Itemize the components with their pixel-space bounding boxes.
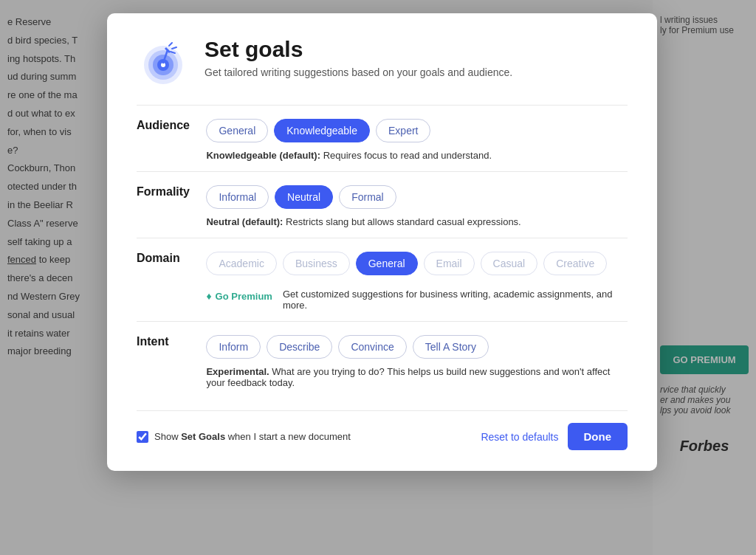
modal-header: Set goals Get tailored writing suggestio… bbox=[137, 37, 628, 90]
formality-neutral-btn[interactable]: Neutral bbox=[275, 185, 333, 209]
domain-footer-row: ♦ Go Premium Get customized suggestions … bbox=[206, 289, 623, 311]
domain-business-btn[interactable]: Business bbox=[283, 252, 350, 275]
intent-section: Intent Inform Describe Convince Tell A S… bbox=[137, 321, 628, 399]
intent-label: Intent bbox=[137, 335, 203, 348]
checkbox-label-text: Show Set Goals when I start a new docume… bbox=[154, 431, 351, 442]
intent-description: Experimental. What are you trying to do?… bbox=[206, 366, 623, 388]
formality-formal-btn[interactable]: Formal bbox=[339, 185, 396, 209]
formality-informal-btn[interactable]: Informal bbox=[206, 185, 269, 209]
audience-options: General Knowledgeable Expert bbox=[206, 119, 623, 142]
modal-title-block: Set goals Get tailored writing suggestio… bbox=[205, 37, 512, 78]
formality-description: Neutral (default): Restricts slang but a… bbox=[206, 216, 623, 227]
diamond-icon: ♦ bbox=[206, 290, 211, 302]
formality-desc-bold: Neutral (default): bbox=[206, 216, 283, 227]
audience-description: Knowledgeable (default): Requires focus … bbox=[206, 150, 623, 161]
modal-title: Set goals bbox=[205, 37, 512, 62]
intent-content: Inform Describe Convince Tell A Story Ex… bbox=[206, 335, 623, 388]
modal-footer: Show Set Goals when I start a new docume… bbox=[137, 410, 628, 450]
svg-line-7 bbox=[169, 43, 172, 46]
formality-desc-text: Restricts slang but allows standard casu… bbox=[286, 216, 521, 227]
formality-options: Informal Neutral Formal bbox=[206, 185, 623, 209]
audience-label: Audience bbox=[137, 119, 203, 132]
audience-content: General Knowledgeable Expert Knowledgeab… bbox=[206, 119, 623, 161]
domain-content: Academic Business General Email Casual C… bbox=[206, 252, 623, 311]
formality-content: Informal Neutral Formal Neutral (default… bbox=[206, 185, 623, 227]
intent-options: Inform Describe Convince Tell A Story bbox=[206, 335, 623, 359]
intent-describe-btn[interactable]: Describe bbox=[267, 335, 332, 359]
set-goals-modal: Set goals Get tailored writing suggestio… bbox=[107, 13, 657, 471]
show-goals-checkbox[interactable] bbox=[137, 431, 148, 443]
intent-desc-bold: Experimental. bbox=[206, 366, 269, 377]
modal-subtitle: Get tailored writing suggestions based o… bbox=[205, 66, 512, 78]
go-premium-link[interactable]: ♦ Go Premium bbox=[206, 290, 272, 302]
show-goals-checkbox-label[interactable]: Show Set Goals when I start a new docume… bbox=[137, 431, 351, 443]
domain-creative-btn[interactable]: Creative bbox=[543, 252, 607, 275]
audience-general-btn[interactable]: General bbox=[206, 119, 268, 142]
domain-academic-btn[interactable]: Academic bbox=[206, 252, 276, 275]
done-button[interactable]: Done bbox=[568, 423, 628, 450]
intent-convince-btn[interactable]: Convince bbox=[338, 335, 406, 359]
svg-line-8 bbox=[172, 47, 176, 49]
audience-expert-btn[interactable]: Expert bbox=[376, 119, 430, 142]
audience-desc-text: Requires focus to read and understand. bbox=[323, 150, 492, 161]
target-goal-icon bbox=[137, 37, 190, 90]
domain-top-row: Academic Business General Email Casual C… bbox=[206, 252, 623, 283]
audience-desc-bold: Knowledgeable (default): bbox=[206, 150, 320, 161]
reset-defaults-button[interactable]: Reset to defaults bbox=[481, 431, 558, 443]
go-premium-text: Go Premium bbox=[216, 291, 272, 302]
intent-tell-story-btn[interactable]: Tell A Story bbox=[413, 335, 489, 359]
audience-section: Audience General Knowledgeable Expert Kn… bbox=[137, 105, 628, 171]
audience-knowledgeable-btn[interactable]: Knowledgeable bbox=[274, 119, 370, 142]
intent-inform-btn[interactable]: Inform bbox=[206, 335, 261, 359]
domain-email-btn[interactable]: Email bbox=[424, 252, 475, 275]
domain-section: Domain Academic Business General Email C… bbox=[137, 238, 628, 321]
domain-general-btn[interactable]: General bbox=[356, 252, 418, 275]
domain-casual-btn[interactable]: Casual bbox=[481, 252, 538, 275]
domain-desc-text: Get customized suggestions for business … bbox=[283, 289, 613, 311]
domain-description: Get customized suggestions for business … bbox=[283, 289, 624, 311]
formality-label: Formality bbox=[137, 185, 203, 199]
domain-label: Domain bbox=[137, 252, 203, 265]
domain-options: Academic Business General Email Casual C… bbox=[206, 252, 623, 275]
formality-section: Formality Informal Neutral Formal Neutra… bbox=[137, 171, 628, 238]
footer-buttons: Reset to defaults Done bbox=[481, 423, 628, 450]
